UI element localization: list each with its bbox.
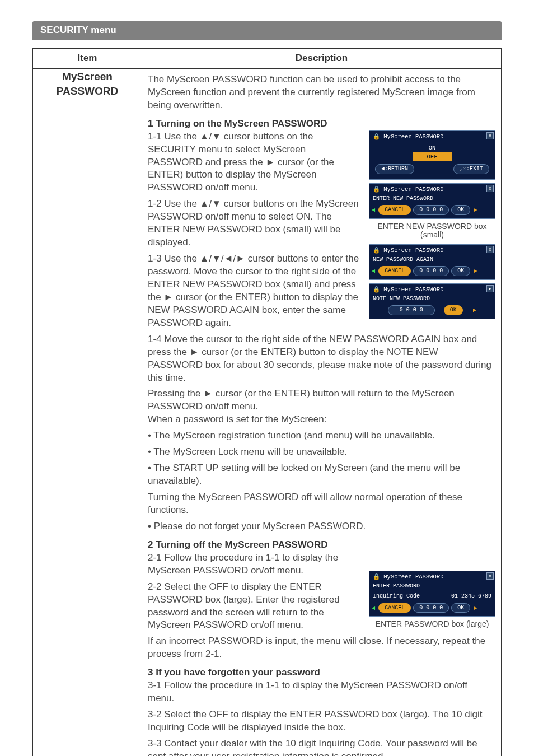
section2-heading: 2 Turning off the MyScreen PASSWORD [148,539,495,552]
cancel-pill: CANCEL [378,603,411,613]
lock-icon: 🔒 [373,573,383,580]
close-icon: ⊠ [486,132,494,139]
s1-step4: 1-4 Move the cursor to the right side of… [148,333,495,385]
dialog-enter-password-large: ⊠ 🔒 MyScreen PASSWORD ENTER PASSWORD Inq… [369,571,495,617]
dialog2-label: ENTER NEW PASSWORD [369,194,495,204]
dialog5-title-text: MyScreen PASSWORD [383,573,443,580]
section1-heading: 1 Turning on the MyScreen PASSWORD [148,118,495,130]
item-name-line1: MyScreen [62,71,113,82]
s1-notes-intro: When a password is set for the MyScreen: [148,413,495,426]
inquiring-code-label: Inquiring Code [373,592,420,600]
digits-pill: 0 0 0 0 [413,266,449,276]
ok-pill: OK [451,205,470,215]
section3-heading: 3 If you have forgotten your password [148,666,495,679]
cancel-pill: CANCEL [378,205,411,215]
dialog3-label: NEW PASSWORD AGAIN [369,255,495,265]
dialog3-title-text: MyScreen PASSWORD [383,247,443,254]
col-item-header: Item [33,48,142,68]
play-icon: ▸ [486,285,494,292]
dialog2-title-text: MyScreen PASSWORD [383,186,443,193]
dialog2-caption: ENTER NEW PASSWORD box (small) [369,222,495,240]
item-name-line2: PASSWORD [57,85,118,97]
s1-note2: • The MyScreen Lock menu will be unavail… [148,446,495,459]
dialog5-caption: ENTER PASSWORD box (large) [369,620,495,628]
dialog4-title-text: MyScreen PASSWORD [383,286,443,293]
digits-pill: 0 0 0 0 [413,205,449,215]
close-icon: ⊠ [486,185,494,192]
s3-step1: 3-1 Follow the procedure in 1-1 to displ… [148,679,495,705]
digits-pill: 0 0 0 0 [413,603,449,613]
menu-banner: SECURITY menu [32,21,502,40]
dialog4-label: NOTE NEW PASSWORD [369,294,495,305]
digits-pill: 0 0 0 0 [388,305,435,315]
dialog1-title-text: MyScreen PASSWORD [383,133,443,140]
ok-pill: OK [451,266,470,276]
arrow-right-icon: ► [474,604,477,612]
dialog-enter-new-password: ⊠ 🔒 MyScreen PASSWORD ENTER NEW PASSWORD… [369,183,495,219]
s1-step4b: Pressing the ► cursor (or the ENTER) but… [148,388,495,413]
ok-pill: OK [444,305,463,315]
arrow-right-icon: ► [474,267,477,275]
exit-pill: ,☉:EXIT [453,164,489,174]
intro-text: The MyScreen PASSWORD function can be us… [148,73,495,112]
dialog-myscreen-onoff: ⊠ 🔒 MyScreen PASSWORD ON OFF ◄:RETURN [369,130,495,180]
lock-icon: 🔒 [373,247,383,254]
item-cell: MyScreen PASSWORD [33,68,142,756]
arrow-right-icon: ► [473,306,476,314]
col-desc-header: Description [142,48,502,68]
content-table: Item Description MyScreen PASSWORD The M… [32,48,502,756]
s1-note3: • The START UP setting will be locked on… [148,462,495,488]
lock-icon: 🔒 [373,186,383,193]
return-pill: ◄:RETURN [375,164,414,174]
dialog1-title: 🔒 [373,133,383,140]
dialog-new-password-again: ⊠ 🔒 MyScreen PASSWORD NEW PASSWORD AGAIN… [369,244,495,280]
arrow-left-icon: ◄ [372,206,375,214]
arrow-left-icon: ◄ [372,604,375,612]
s2-tail: If an incorrect PASSWORD is input, the m… [148,635,495,661]
arrow-left-icon: ◄ [372,267,375,275]
dialog-stack-1: ⊠ 🔒 MyScreen PASSWORD ON OFF ◄:RETURN [369,130,495,323]
s1-note5: • Please do not forget your MyScreen PAS… [148,520,495,533]
close-icon: ⊠ [486,246,494,253]
cancel-pill: CANCEL [378,266,411,276]
option-on: ON [414,143,451,152]
ok-pill: OK [451,603,470,613]
lock-icon: 🔒 [373,286,383,293]
s1-note4: Turning the MyScreen PASSWORD off will a… [148,491,495,517]
s3-step3: 3-3 Contact your dealer with the 10 digi… [148,738,495,756]
dialog-stack-2: ⊠ 🔒 MyScreen PASSWORD ENTER PASSWORD Inq… [369,571,495,633]
arrow-right-icon: ► [474,206,477,214]
s3-step2: 3-2 Select the OFF to display the ENTER … [148,708,495,734]
close-icon: ⊠ [486,572,494,580]
description-cell: The MyScreen PASSWORD function can be us… [142,68,502,756]
inquiring-code-value: 01 2345 6789 [451,592,491,600]
dialog-note-new-password: ▸ 🔒 MyScreen PASSWORD NOTE NEW PASSWORD … [369,283,495,319]
s1-note1: • The MyScreen registration function (an… [148,430,495,442]
dialog5-label: ENTER PASSWORD [369,581,495,592]
option-off: OFF [413,152,452,161]
